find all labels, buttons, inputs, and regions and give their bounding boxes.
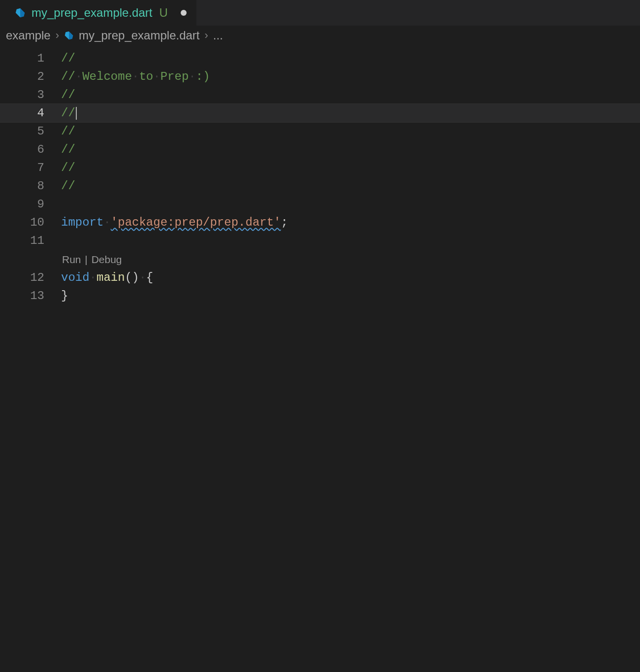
- code-content: //: [61, 49, 75, 67]
- code-content: import·'package:prep/prep.dart';: [61, 213, 288, 232]
- unsaved-indicator-icon[interactable]: [181, 10, 187, 16]
- breadcrumb-symbol-label: ...: [213, 29, 223, 42]
- line-number: 13: [0, 287, 61, 305]
- code-editor[interactable]: 1 // 2 //·Welcome·to·Prep·:) 3 // 4 // 5…: [0, 45, 640, 305]
- line-number: 1: [0, 49, 61, 67]
- line-number: 12: [0, 269, 61, 287]
- code-line[interactable]: 9: [0, 195, 640, 213]
- code-line[interactable]: 11: [0, 232, 640, 250]
- text-cursor: [76, 107, 77, 120]
- code-content: //: [61, 140, 75, 159]
- breadcrumb-file[interactable]: my_prep_example.dart: [64, 29, 199, 42]
- line-number: 5: [0, 122, 61, 140]
- line-number: 9: [0, 195, 61, 213]
- code-line[interactable]: 4 //: [0, 104, 640, 122]
- line-number: 4: [0, 104, 61, 122]
- code-line[interactable]: 7 //: [0, 159, 640, 177]
- line-number: 6: [0, 140, 61, 159]
- code-line[interactable]: 13 }: [0, 287, 640, 305]
- code-content: //: [61, 122, 75, 140]
- breadcrumb-file-label: my_prep_example.dart: [79, 29, 199, 42]
- breadcrumb-symbol[interactable]: ...: [213, 29, 223, 42]
- line-number: 11: [0, 232, 61, 250]
- code-content: //: [61, 104, 77, 122]
- dart-file-icon: [15, 7, 26, 18]
- chevron-right-icon: ›: [56, 29, 59, 42]
- line-number: 3: [0, 86, 61, 104]
- code-line[interactable]: 2 //·Welcome·to·Prep·:): [0, 67, 640, 86]
- codelens-debug[interactable]: Debug: [92, 254, 122, 265]
- line-number: [0, 252, 61, 268]
- code-content: void·main()·{: [61, 269, 153, 287]
- code-content: }: [61, 287, 68, 305]
- code-line[interactable]: 10 import·'package:prep/prep.dart';: [0, 213, 640, 232]
- codelens-row: Run | Debug: [0, 252, 640, 268]
- line-number: 2: [0, 67, 61, 86]
- code-line[interactable]: 1 //: [0, 49, 640, 67]
- line-number: 7: [0, 159, 61, 177]
- code-content: //·Welcome·to·Prep·:): [61, 67, 210, 86]
- code-line[interactable]: 6 //: [0, 140, 640, 159]
- dart-file-icon: [64, 31, 74, 40]
- code-line[interactable]: 12 void·main()·{: [0, 269, 640, 287]
- tab-filename: my_prep_example.dart: [32, 6, 152, 20]
- editor-tab[interactable]: my_prep_example.dart U: [0, 0, 197, 26]
- codelens: Run | Debug: [61, 252, 122, 268]
- breadcrumb-folder[interactable]: example: [6, 29, 51, 42]
- line-number: 8: [0, 177, 61, 195]
- code-line[interactable]: 3 //: [0, 86, 640, 104]
- breadcrumb-folder-label: example: [6, 29, 51, 42]
- code-content: //: [61, 177, 75, 195]
- code-content: //: [61, 159, 75, 177]
- tab-bar: my_prep_example.dart U: [0, 0, 640, 26]
- code-content: //: [61, 86, 75, 104]
- code-line[interactable]: 5 //: [0, 122, 640, 140]
- codelens-run[interactable]: Run: [62, 254, 81, 265]
- chevron-right-icon: ›: [205, 29, 208, 42]
- code-line[interactable]: 8 //: [0, 177, 640, 195]
- breadcrumb: example › my_prep_example.dart › ...: [0, 26, 640, 45]
- tab-git-status: U: [159, 6, 167, 20]
- line-number: 10: [0, 213, 61, 232]
